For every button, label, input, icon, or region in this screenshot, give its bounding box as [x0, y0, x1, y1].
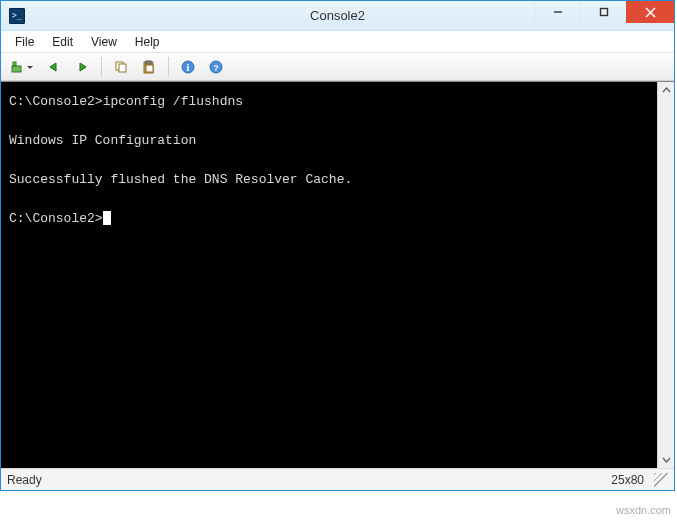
- prompt-text: C:\Console2>: [9, 94, 103, 109]
- next-arrow-icon: [75, 60, 89, 74]
- terminal[interactable]: C:\Console2>ipconfig /flushdns Windows I…: [1, 82, 657, 468]
- status-right: 25x80: [611, 473, 668, 487]
- svg-rect-4: [12, 66, 21, 72]
- terminal-scrollbar[interactable]: [657, 82, 674, 468]
- titlebar[interactable]: Console2: [1, 1, 674, 31]
- maximize-button[interactable]: [580, 1, 626, 23]
- window-controls: [534, 1, 674, 23]
- menubar: File Edit View Help: [1, 31, 674, 53]
- terminal-line: Windows IP Configuration: [9, 133, 196, 148]
- toolbar-separator: [168, 57, 169, 77]
- info-icon: i: [181, 60, 195, 74]
- toolbar: i ?: [1, 53, 674, 81]
- help-button[interactable]: ?: [205, 56, 227, 78]
- help-icon: ?: [209, 60, 223, 74]
- menu-edit[interactable]: Edit: [44, 33, 81, 51]
- command-text: ipconfig /flushdns: [103, 94, 243, 109]
- status-dimensions: 25x80: [611, 473, 644, 487]
- menu-file[interactable]: File: [7, 33, 42, 51]
- maximize-icon: [599, 7, 609, 17]
- terminal-line: Successfully flushed the DNS Resolver Ca…: [9, 172, 352, 187]
- terminal-area: C:\Console2>ipconfig /flushdns Windows I…: [1, 81, 674, 468]
- cursor: [103, 211, 111, 225]
- next-tab-button[interactable]: [71, 56, 93, 78]
- close-icon: [645, 7, 656, 18]
- paste-button[interactable]: [138, 56, 160, 78]
- menu-help[interactable]: Help: [127, 33, 168, 51]
- new-tab-button[interactable]: [7, 56, 37, 78]
- menu-view[interactable]: View: [83, 33, 125, 51]
- prev-arrow-icon: [47, 60, 61, 74]
- svg-text:?: ?: [213, 62, 219, 72]
- chevron-up-icon: [662, 86, 671, 95]
- scroll-track[interactable]: [658, 99, 674, 451]
- new-tab-icon: [10, 60, 24, 74]
- svg-text:i: i: [187, 62, 190, 73]
- svg-rect-9: [146, 61, 151, 64]
- chevron-down-icon: [662, 455, 671, 464]
- size-grip[interactable]: [654, 473, 668, 487]
- paste-icon: [142, 60, 156, 74]
- svg-rect-1: [600, 9, 607, 16]
- scroll-up-button[interactable]: [658, 82, 674, 99]
- app-icon: [9, 8, 25, 24]
- copy-icon: [114, 60, 128, 74]
- minimize-button[interactable]: [534, 1, 580, 23]
- svg-rect-7: [119, 64, 126, 72]
- close-button[interactable]: [626, 1, 674, 23]
- toolbar-separator: [101, 57, 102, 77]
- svg-rect-5: [13, 62, 16, 66]
- statusbar: Ready 25x80: [1, 468, 674, 490]
- prev-tab-button[interactable]: [43, 56, 65, 78]
- copy-button[interactable]: [110, 56, 132, 78]
- scroll-down-button[interactable]: [658, 451, 674, 468]
- svg-rect-10: [146, 65, 153, 72]
- minimize-icon: [553, 7, 563, 17]
- prompt-text: C:\Console2>: [9, 211, 103, 226]
- status-ready: Ready: [7, 473, 42, 487]
- app-window: Console2 File Edit View Help: [0, 0, 675, 491]
- watermark: wsxdn.com: [616, 504, 671, 516]
- info-button[interactable]: i: [177, 56, 199, 78]
